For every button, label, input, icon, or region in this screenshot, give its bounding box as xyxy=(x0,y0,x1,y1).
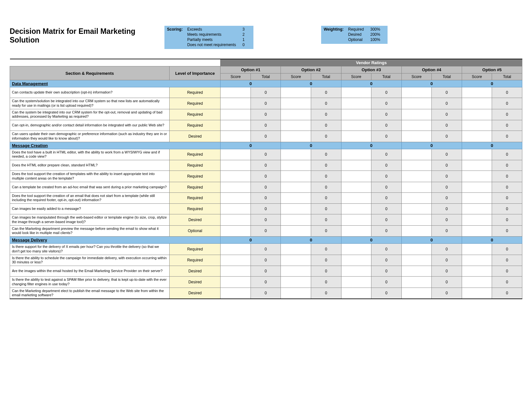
score-cell[interactable] xyxy=(341,120,371,131)
score-cell[interactable] xyxy=(462,214,492,226)
total-cell: 0 xyxy=(371,255,402,266)
score-cell[interactable] xyxy=(221,98,251,109)
score-cell[interactable] xyxy=(462,288,492,299)
score-cell[interactable] xyxy=(341,171,371,182)
score-cell[interactable] xyxy=(401,225,432,237)
score-cell[interactable] xyxy=(281,214,311,226)
score-cell[interactable] xyxy=(401,266,432,277)
score-cell[interactable] xyxy=(462,160,492,171)
score-cell[interactable] xyxy=(281,192,311,204)
score-cell[interactable] xyxy=(401,204,432,214)
score-cell[interactable] xyxy=(341,192,371,204)
score-cell[interactable] xyxy=(221,120,251,131)
score-cell[interactable] xyxy=(281,120,311,131)
score-cell[interactable] xyxy=(221,214,251,226)
score-header: Score xyxy=(341,73,371,80)
importance-cell: Required xyxy=(170,192,221,204)
score-cell[interactable] xyxy=(462,149,492,160)
score-cell[interactable] xyxy=(281,109,311,120)
score-cell[interactable] xyxy=(462,266,492,277)
score-cell[interactable] xyxy=(281,87,311,98)
score-cell[interactable] xyxy=(401,109,432,120)
score-cell[interactable] xyxy=(462,120,492,131)
score-cell[interactable] xyxy=(462,204,492,214)
score-cell[interactable] xyxy=(281,182,311,192)
total-cell: 0 xyxy=(371,109,402,120)
score-cell[interactable] xyxy=(281,171,311,182)
score-cell[interactable] xyxy=(401,182,432,192)
score-cell[interactable] xyxy=(281,244,311,255)
score-cell[interactable] xyxy=(221,131,251,142)
score-cell[interactable] xyxy=(341,109,371,120)
score-cell[interactable] xyxy=(462,225,492,237)
score-cell[interactable] xyxy=(341,225,371,237)
score-cell[interactable] xyxy=(401,87,432,98)
score-cell[interactable] xyxy=(221,266,251,277)
score-cell[interactable] xyxy=(341,149,371,160)
score-cell[interactable] xyxy=(401,288,432,299)
score-cell[interactable] xyxy=(341,266,371,277)
score-cell[interactable] xyxy=(401,214,432,226)
total-cell: 0 xyxy=(492,244,522,255)
score-cell[interactable] xyxy=(281,288,311,299)
total-cell: 0 xyxy=(311,266,341,277)
score-cell[interactable] xyxy=(401,192,432,204)
score-cell[interactable] xyxy=(281,149,311,160)
score-cell[interactable] xyxy=(462,98,492,109)
score-cell[interactable] xyxy=(281,98,311,109)
score-cell[interactable] xyxy=(221,277,251,288)
score-cell[interactable] xyxy=(462,182,492,192)
score-cell[interactable] xyxy=(401,160,432,171)
score-cell[interactable] xyxy=(401,149,432,160)
score-cell[interactable] xyxy=(221,87,251,98)
score-cell[interactable] xyxy=(341,277,371,288)
score-cell[interactable] xyxy=(221,171,251,182)
score-cell[interactable] xyxy=(281,160,311,171)
score-cell[interactable] xyxy=(221,204,251,214)
score-cell[interactable] xyxy=(221,288,251,299)
score-cell[interactable] xyxy=(221,109,251,120)
score-cell[interactable] xyxy=(221,244,251,255)
score-cell[interactable] xyxy=(221,149,251,160)
score-cell[interactable] xyxy=(281,204,311,214)
score-cell[interactable] xyxy=(341,214,371,226)
score-cell[interactable] xyxy=(401,244,432,255)
score-cell[interactable] xyxy=(462,87,492,98)
total-cell: 0 xyxy=(371,288,402,299)
score-cell[interactable] xyxy=(281,131,311,142)
score-cell[interactable] xyxy=(341,288,371,299)
score-cell[interactable] xyxy=(221,160,251,171)
score-cell[interactable] xyxy=(462,109,492,120)
score-cell[interactable] xyxy=(341,182,371,192)
score-cell[interactable] xyxy=(401,98,432,109)
score-cell[interactable] xyxy=(401,255,432,266)
score-cell[interactable] xyxy=(221,225,251,237)
score-cell[interactable] xyxy=(341,131,371,142)
score-cell[interactable] xyxy=(221,192,251,204)
score-cell[interactable] xyxy=(281,266,311,277)
score-cell[interactable] xyxy=(221,255,251,266)
score-cell[interactable] xyxy=(281,225,311,237)
score-cell[interactable] xyxy=(462,277,492,288)
score-cell[interactable] xyxy=(462,244,492,255)
score-header: Score xyxy=(401,73,432,80)
requirement-text: Can the system/solution be integrated in… xyxy=(10,98,170,109)
score-cell[interactable] xyxy=(341,204,371,214)
score-cell[interactable] xyxy=(341,255,371,266)
score-cell[interactable] xyxy=(401,171,432,182)
score-cell[interactable] xyxy=(462,131,492,142)
score-cell[interactable] xyxy=(281,255,311,266)
score-cell[interactable] xyxy=(341,98,371,109)
score-cell[interactable] xyxy=(401,120,432,131)
score-cell[interactable] xyxy=(401,277,432,288)
score-cell[interactable] xyxy=(281,277,311,288)
score-cell[interactable] xyxy=(462,192,492,204)
score-cell[interactable] xyxy=(462,255,492,266)
score-cell[interactable] xyxy=(401,131,432,142)
score-header: Score xyxy=(221,73,251,80)
score-cell[interactable] xyxy=(341,87,371,98)
score-cell[interactable] xyxy=(341,160,371,171)
score-cell[interactable] xyxy=(462,171,492,182)
score-cell[interactable] xyxy=(341,244,371,255)
score-cell[interactable] xyxy=(221,182,251,192)
